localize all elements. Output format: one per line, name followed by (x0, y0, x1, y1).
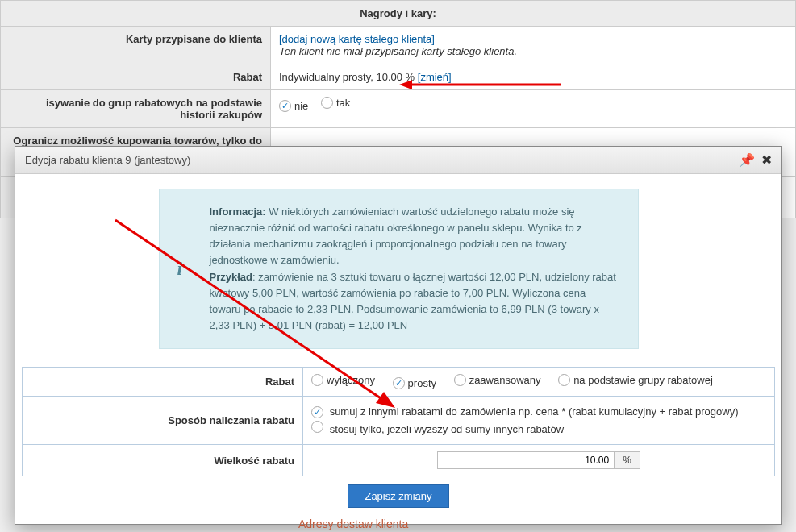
radio-label: wyłączony (327, 374, 375, 386)
discount-form-table: Rabat wyłączony prosty zaawansowany (22, 367, 775, 476)
edit-discount-modal: Edycja rabatu klienta 9 (jantestowy) 📌 ✖… (15, 146, 782, 525)
discount-unit-button[interactable]: % (615, 451, 640, 469)
radio-discount-off[interactable]: wyłączony (311, 374, 375, 386)
save-button[interactable]: Zapisz zmiany (348, 484, 448, 508)
form-label-method: Sposób naliczania rabatu (23, 397, 303, 445)
radio-icon (393, 377, 405, 389)
radio-label: stosuj tylko, jeżeli wyższy od sumy inny… (330, 423, 564, 435)
add-loyalty-card-link[interactable]: [dodaj nową kartę stałego klienta] (279, 33, 435, 45)
info-text-1: W niektórych zamówieniach wartość udziel… (210, 206, 582, 266)
radio-label: zaawansowany (469, 374, 541, 386)
radio-icon (558, 374, 570, 386)
radio-discount-group[interactable]: na podstawie grupy rabatowej (558, 374, 713, 386)
radio-icon (279, 100, 291, 112)
info-box: i Informacja: W niektórych zamówieniach … (159, 189, 639, 349)
cards-info-text: Ten klient nie miał przypisanej karty st… (279, 45, 517, 57)
radio-method-higher[interactable]: stosuj tylko, jeżeli wyższy od sumy inny… (311, 421, 766, 435)
modal-titlebar: Edycja rabatu klienta 9 (jantestowy) 📌 ✖ (15, 147, 781, 174)
modal-title-text: Edycja rabatu klienta 9 (jantestowy) (25, 154, 190, 166)
radio-discount-simple[interactable]: prosty (393, 377, 436, 389)
info-text-2: : zamówienie na 3 sztuki towaru o łączne… (210, 271, 616, 331)
radio-label: na podstawie grupy rabatowej (573, 374, 713, 386)
discount-amount-input[interactable] (437, 451, 615, 469)
footer-addresses-link[interactable]: Adresy dostaw klienta (298, 517, 408, 530)
info-icon: i (177, 254, 183, 284)
form-label-discount: Rabat (23, 368, 303, 397)
radio-assign-no[interactable]: nie (279, 100, 308, 112)
radio-label: sumuj z innymi rabatami do zamówienia np… (330, 405, 739, 418)
radio-icon (454, 374, 466, 386)
radio-label: prosty (408, 377, 436, 389)
label-assign-groups: isywanie do grup rabatowych na podstawie… (1, 90, 271, 128)
radio-method-sum[interactable]: sumuj z innymi rabatami do zamówienia np… (311, 405, 766, 418)
label-cards: Karty przypisane do klienta (1, 27, 271, 64)
radio-discount-advanced[interactable]: zaawansowany (454, 374, 541, 386)
discount-value-text: Indywidualny prosty, 10.00 % (279, 71, 415, 83)
info-heading-2: Przykład (210, 271, 252, 283)
close-icon[interactable]: ✖ (761, 152, 772, 168)
form-label-amount: Wielkość rabatu (23, 445, 303, 476)
pin-icon[interactable]: 📌 (739, 152, 755, 168)
radio-icon (311, 406, 323, 418)
label-discount: Rabat (1, 64, 271, 90)
radio-label-yes: tak (336, 97, 350, 109)
radio-icon (321, 97, 333, 109)
radio-label-no: nie (294, 100, 308, 112)
radio-icon (311, 374, 323, 386)
radio-assign-yes[interactable]: tak (321, 97, 350, 109)
radio-icon (311, 421, 323, 433)
section-rewards: Nagrody i kary: (1, 1, 796, 27)
change-discount-link[interactable]: [zmień] (418, 71, 452, 83)
info-heading-1: Informacja: (210, 206, 266, 218)
